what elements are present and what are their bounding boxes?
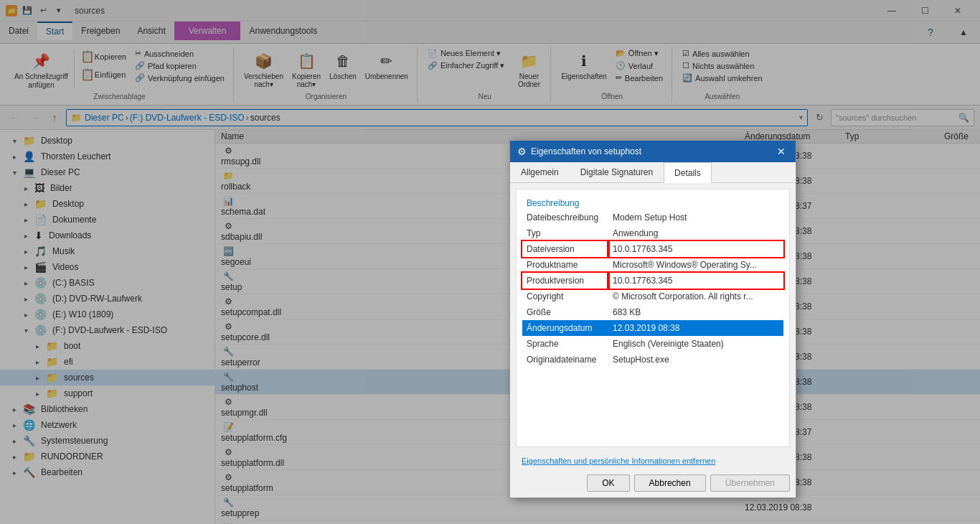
dialog-tab-digitale-signaturen[interactable]: Digitale Signaturen	[570, 162, 664, 182]
dialog-footer: OK Abbrechen Übernehmen	[510, 469, 796, 497]
prop-name: Produktname	[522, 257, 608, 273]
dialog-overlay: ⚙ Eigenschaften von setuphost ✕ Allgemei…	[0, 0, 980, 524]
prop-value: Anwendung	[608, 225, 783, 241]
dialog-tab-allgemein[interactable]: Allgemein	[510, 162, 570, 182]
prop-value: 10.0.17763.345	[608, 273, 783, 289]
prop-name: Dateibeschreibung	[522, 210, 608, 225]
btn-abbrechen[interactable]: Abbrechen	[634, 474, 706, 492]
prop-name: Produktversion	[522, 273, 608, 289]
dialog-close-btn[interactable]: ✕	[774, 145, 788, 158]
prop-value: Englisch (Vereinigte Staaten)	[608, 336, 783, 352]
prop-value: Modern Setup Host	[608, 210, 783, 225]
prop-value: SetupHost.exe	[608, 352, 783, 368]
prop-value: Microsoft® Windows® Operating Sy...	[608, 257, 783, 273]
dialog-title-left: ⚙ Eigenschaften von setuphost	[517, 146, 641, 157]
btn-uebernehmen[interactable]: Übernehmen	[710, 474, 790, 492]
prop-value: 12.03.2019 08:38	[608, 320, 783, 336]
properties-dialog: ⚙ Eigenschaften von setuphost ✕ Allgemei…	[509, 140, 796, 498]
prop-name: Copyright	[522, 289, 608, 304]
prop-name: Änderungsdatum	[522, 320, 608, 336]
dialog-title-bar: ⚙ Eigenschaften von setuphost ✕	[510, 141, 796, 162]
btn-ok[interactable]: OK	[587, 474, 629, 492]
prop-value: 10.0.17763.345	[608, 241, 783, 257]
dialog-content: Beschreibung DateibeschreibungModern Set…	[516, 189, 790, 447]
dialog-link[interactable]: Eigenschaften und persönliche Informatio…	[516, 454, 721, 468]
prop-value: © Microsoft Corporation. All rights r...	[608, 289, 783, 304]
prop-section-beschreibung: Beschreibung	[522, 195, 783, 210]
prop-name: Originaldateiname	[522, 352, 608, 368]
prop-name: Sprache	[522, 336, 608, 352]
prop-value: 683 KB	[608, 304, 783, 320]
prop-name: Typ	[522, 225, 608, 241]
prop-name: Größe	[522, 304, 608, 320]
prop-table: DateibeschreibungModern Setup HostTypAnw…	[522, 210, 783, 368]
dialog-title-text: Eigenschaften von setuphost	[531, 146, 641, 156]
dialog-tab-details[interactable]: Details	[664, 162, 712, 183]
dialog-title-icon: ⚙	[517, 146, 527, 157]
prop-name: Dateiversion	[522, 241, 608, 257]
dialog-tabs: AllgemeinDigitale SignaturenDetails	[510, 162, 796, 183]
dialog-link-area: Eigenschaften und persönliche Informatio…	[510, 453, 796, 469]
